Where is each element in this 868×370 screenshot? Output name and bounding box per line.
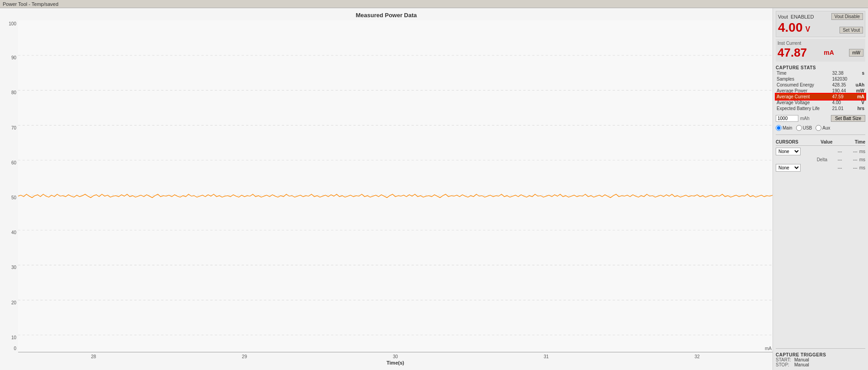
radio-main[interactable]: Main [776,125,792,131]
radio-main-input[interactable] [776,125,782,131]
chart-plot[interactable]: 28 29 30 31 32 Time(s) mA [18,20,773,370]
trigger-start-label: START: [776,357,792,362]
vout-header: Vout ENABLED Vout Disable [778,13,863,20]
capture-stats-header: CAPTURE STATS [776,65,865,70]
inst-current-section: Inst Current 47.87 mA mW [776,39,865,62]
chart-svg [18,20,773,370]
stats-row-battery-life: Expected Battery Life 21.01 hrs [776,106,865,111]
vout-enabled-label: ENABLED [791,14,814,19]
cursor1-row: None --- --- ms [776,148,865,155]
chart-area: Measured Power Data 100 90 80 70 60 50 4… [0,8,773,370]
chart-title: Measured Power Data [0,8,773,20]
capture-triggers-header: CAPTURE TRIGGERS [776,352,865,357]
vout-unit: V [806,25,811,34]
mw-button[interactable]: mW [849,49,863,57]
x-axis-title: Time(s) [18,360,773,365]
trigger-stop-row: STOP: Manual [776,362,865,367]
titlebar-text: Power Tool - Temp/saved [3,1,58,7]
y-label-0: 0 [14,346,16,351]
cursor2-select[interactable]: None [776,164,801,172]
set-vout-button[interactable]: Set Vout [840,27,863,34]
y-label-90: 90 [11,55,16,60]
spacer [776,173,865,346]
right-panel: Vout ENABLED Vout Disable 4.00 V Set Vou… [773,8,868,370]
y-label-40: 40 [11,230,16,235]
vout-section: Vout ENABLED Vout Disable 4.00 V Set Vou… [776,11,865,37]
x-axis-area: 28 29 30 31 32 Time(s) [18,352,773,370]
cursor2-time: --- [844,165,858,170]
cursors-label: CURSORS [776,139,798,144]
vout-disable-button[interactable]: Vout Disable [831,13,863,20]
y-label-30: 30 [11,265,16,270]
stats-row-avg-voltage: Average Voltage 4.00 V [776,100,865,106]
y-axis-labels: 100 90 80 70 60 50 40 30 20 10 0 [0,20,18,370]
cursor2-value: --- [802,165,842,170]
vout-value: 4.00 [778,21,803,35]
trigger-start-row: START: Manual [776,357,865,362]
cursors-section: CURSORS Value Time None --- --- ms Delta… [776,139,865,172]
x-label-30: 30 [393,354,398,359]
cursor1-value: --- [802,149,842,154]
inst-current-value: 47.87 [778,46,807,60]
battery-unit: mAh [800,116,810,121]
x-label-28: 28 [91,354,96,359]
y-label-10: 10 [11,335,16,340]
cursor2-time-unit: ms [859,165,865,170]
cursor1-select[interactable]: None [776,148,801,155]
cursor1-time: --- [844,149,858,154]
y-label-70: 70 [11,125,16,130]
radio-aux-input[interactable] [816,125,821,131]
cursors-value-col: Value [821,139,832,144]
battery-section: mAh Set Batt Size [776,115,865,122]
radio-usb[interactable]: USB [796,125,812,131]
radio-usb-input[interactable] [796,125,802,131]
x-label-29: 29 [242,354,247,359]
stats-row-energy: Consumed Energy 428.35 uAh [776,82,865,88]
delta-label: Delta [802,157,827,162]
delta-time-unit: ms [859,157,865,162]
capture-stats-section: CAPTURE STATS Time 32.38 s Samples 16203… [776,63,865,111]
capture-triggers-section: CAPTURE TRIGGERS START: Manual STOP: Man… [776,348,865,367]
cursor1-time-unit: ms [859,149,865,154]
divider-1 [776,135,865,135]
y-label-50: 50 [11,195,16,200]
stats-row-time: Time 32.38 s [776,70,865,76]
x-label-32: 32 [695,354,700,359]
trigger-stop-label: STOP: [776,362,792,367]
inst-current-label: Inst Current [778,41,863,46]
main-content: Measured Power Data 100 90 80 70 60 50 4… [0,8,868,370]
delta-value: --- [829,157,842,162]
trigger-stop-value: Manual [794,362,809,367]
radio-aux-label: Aux [822,125,830,130]
cursors-header: CURSORS Value Time [776,139,865,146]
inst-current-unit: mA [824,49,834,56]
y-axis-unit: mA [765,346,772,351]
stats-row-samples: Samples 162030 [776,76,865,82]
stats-table: Time 32.38 s Samples 162030 Consumed Ene… [776,70,865,111]
cursors-time-col: Time [855,139,865,144]
y-label-80: 80 [11,90,16,95]
chart-wrapper: 100 90 80 70 60 50 40 30 20 10 0 [0,20,773,370]
radio-aux[interactable]: Aux [816,125,830,131]
titlebar: Power Tool - Temp/saved [0,0,868,8]
vout-label: Vout [778,14,788,19]
channel-select-group: Main USB Aux [776,125,865,131]
y-label-60: 60 [11,160,16,165]
stats-row-avg-current: Average Current 47.59 mA [776,94,865,100]
delta-row: Delta --- --- ms [776,157,865,162]
y-label-100: 100 [9,21,16,26]
radio-main-label: Main [783,125,792,130]
set-batt-button[interactable]: Set Batt Size [831,115,865,122]
battery-input[interactable] [776,115,798,122]
y-label-20: 20 [11,300,16,305]
cursor2-row: None --- --- ms [776,164,865,172]
delta-time: --- [844,157,858,162]
stats-row-avg-power: Average Power 190.44 mW [776,88,865,94]
trigger-start-value: Manual [794,357,809,362]
x-label-31: 31 [544,354,549,359]
radio-usb-label: USB [803,125,812,130]
